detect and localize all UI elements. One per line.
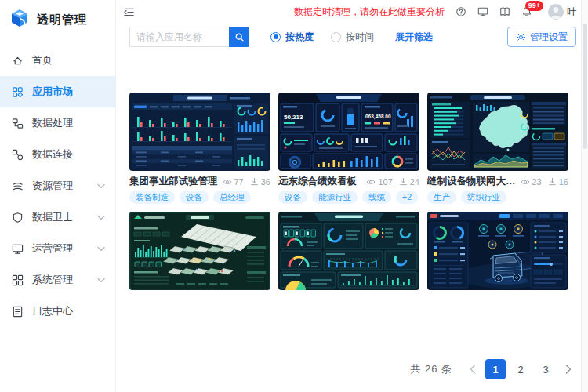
log-icon	[12, 306, 24, 318]
notifications-bell[interactable]: 99+	[521, 6, 532, 17]
app-card-grid: 集团事业部试验管理 77 36 装备制造 设备 总经理	[129, 93, 578, 290]
page-button-3[interactable]: 3	[535, 359, 556, 379]
home-icon	[12, 55, 24, 67]
sidebar-item-resource-management[interactable]: 资源管理	[0, 170, 115, 201]
card-tags: 装备制造 设备 总经理	[129, 191, 270, 204]
tag[interactable]: 总经理	[213, 191, 251, 204]
manage-settings-button[interactable]: 管理设置	[507, 27, 576, 47]
collapse-sidebar-icon[interactable]	[123, 6, 135, 18]
avatar	[548, 4, 564, 20]
data-processing-icon	[12, 118, 24, 129]
downloads-count: 24	[410, 177, 419, 187]
sort-by-popularity-radio[interactable]: 按热度	[270, 31, 314, 44]
views-count: 77	[234, 177, 244, 187]
card-title: 缝制设备物联网大数...	[427, 175, 516, 188]
sort-radios: 按热度 按时间	[270, 31, 374, 44]
sidebar-item-data-connection[interactable]: 数据连接	[0, 139, 115, 170]
pagination-total: 共 26 条	[410, 362, 452, 376]
data-connection-icon	[12, 149, 24, 161]
sidebar-item-operations-management[interactable]: 运营管理	[0, 233, 115, 264]
downloads-count: 16	[559, 177, 568, 187]
grid-icon	[12, 274, 24, 286]
tag[interactable]: 能源行业	[312, 191, 358, 204]
monitor-icon	[12, 243, 24, 255]
tag[interactable]: 线缆	[362, 191, 391, 204]
sidebar-item-data-processing[interactable]: 数据处理	[0, 107, 115, 139]
download-icon	[548, 177, 557, 186]
card-thumbnail-china-map-dashboard[interactable]	[427, 93, 568, 171]
screen-monitor-icon[interactable]	[477, 6, 488, 17]
next-page-button[interactable]	[561, 359, 576, 379]
chevron-right-icon	[565, 365, 572, 374]
top-header: 数据定时清理，请勿在此做重要分析 99+ 叶	[117, 0, 581, 24]
svg-text:50,213: 50,213	[284, 114, 303, 121]
gear-icon	[516, 32, 526, 42]
sidebar-item-system-management[interactable]: 系统管理	[0, 264, 115, 296]
app-card[interactable]	[278, 212, 419, 290]
layers-icon	[12, 180, 24, 192]
header-icons: 99+ 叶	[456, 4, 576, 20]
search-input[interactable]	[129, 27, 229, 47]
tag[interactable]: 设备	[278, 191, 307, 204]
card-stats: 77 36	[223, 177, 271, 187]
scrollbar-thumb[interactable]	[583, 24, 587, 149]
svg-text:063,458.00: 063,458.00	[365, 114, 391, 120]
chevron-left-icon	[470, 365, 476, 374]
notification-badge: 99+	[525, 1, 543, 11]
card-stats: 107 24	[366, 177, 419, 187]
user-menu[interactable]: 叶	[548, 4, 576, 20]
card-thumbnail-cockpit-dashboard[interactable]	[278, 212, 419, 290]
expand-filter-link[interactable]: 展开筛选	[395, 31, 433, 44]
card-title: 集团事业部试验管理	[129, 175, 218, 188]
warning-text: 数据定时清理，请勿在此做重要分析	[294, 5, 445, 19]
radio-dot	[331, 32, 341, 42]
sidebar-item-home[interactable]: 首页	[0, 45, 115, 76]
tag-more[interactable]: +2	[396, 191, 418, 204]
appstore-icon	[12, 86, 24, 98]
search-box	[129, 27, 249, 47]
card-thumbnail-truck-iot-dashboard[interactable]	[427, 212, 568, 290]
download-icon	[250, 177, 259, 186]
sort-by-time-radio[interactable]: 按时间	[331, 31, 374, 44]
download-icon	[399, 177, 408, 186]
app-card[interactable]: 50,213 063,458.00	[278, 93, 419, 204]
shield-icon	[12, 212, 24, 223]
search-icon	[234, 32, 245, 42]
card-tags: 设备 能源行业 线缆 +2	[278, 191, 419, 204]
tag[interactable]: 装备制造	[129, 191, 175, 204]
card-thumbnail-kpi-dashboard[interactable]: 50,213 063,458.00	[278, 93, 419, 171]
tag[interactable]: 纺织行业	[461, 191, 506, 204]
question-circle-icon[interactable]	[456, 6, 466, 17]
app-title: 透明管理	[37, 13, 87, 27]
sidebar-menu: 首页 应用市场 数据处理 数据连接 资源管理 数据卫士 运营管理	[0, 45, 115, 327]
app-card[interactable]: 集团事业部试验管理 77 36 装备制造 设备 总经理	[129, 93, 270, 204]
search-button[interactable]	[229, 27, 249, 47]
app-logo: 透明管理	[0, 0, 115, 38]
scrollbar-track	[581, 0, 588, 392]
prev-page-button[interactable]	[465, 359, 481, 379]
app-card[interactable]	[427, 212, 568, 290]
downloads-count: 36	[261, 177, 270, 187]
page-button-2[interactable]: 2	[510, 359, 531, 379]
eye-icon	[521, 179, 530, 185]
card-thumbnail-green-factory-dashboard[interactable]	[129, 212, 270, 290]
sidebar-item-log-center[interactable]: 日志中心	[0, 296, 115, 327]
tag[interactable]: 生产	[427, 191, 456, 204]
page-button-1[interactable]: 1	[485, 359, 506, 379]
card-tags: 生产 纺织行业	[427, 191, 568, 204]
book-icon[interactable]	[499, 6, 510, 17]
card-thumbnail-bar-chart-dashboard[interactable]	[129, 93, 270, 171]
card-title: 远东综合绩效看板	[278, 175, 361, 188]
sidebar: 透明管理 首页 应用市场 数据处理 数据连接 资源管理 数据卫士	[0, 0, 116, 392]
sidebar-item-data-guardian[interactable]: 数据卫士	[0, 201, 115, 233]
views-count: 23	[532, 177, 542, 187]
chevron-down-icon	[97, 183, 105, 189]
eye-icon	[223, 179, 232, 185]
app-card[interactable]	[129, 212, 270, 290]
chevron-down-icon	[97, 215, 105, 220]
chevron-down-icon	[97, 246, 105, 252]
username: 叶	[567, 5, 576, 19]
sidebar-item-app-market[interactable]: 应用市场	[0, 76, 115, 107]
app-card[interactable]: 缝制设备物联网大数... 23 16 生产 纺织行业	[427, 93, 568, 204]
tag[interactable]: 设备	[180, 191, 209, 204]
